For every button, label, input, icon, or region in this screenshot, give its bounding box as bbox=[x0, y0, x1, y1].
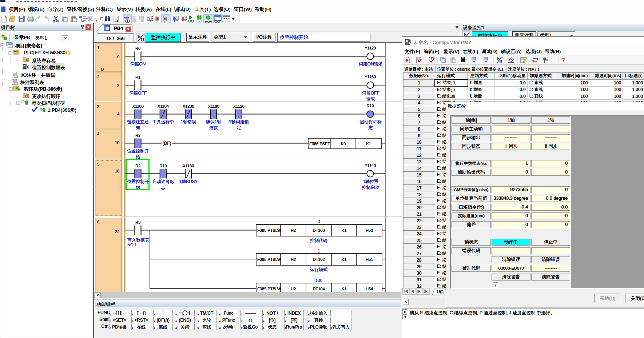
svg-text:位置控制开: 位置控制开 bbox=[127, 179, 149, 184]
svg-text:1轴伺服锁: 1轴伺服锁 bbox=[229, 119, 249, 124]
svg-text:伺服ON: 伺服ON bbox=[130, 61, 146, 67]
svg-text:定: 定 bbox=[236, 125, 241, 130]
svg-text:X1104: X1104 bbox=[158, 104, 169, 108]
svg-text:DT102: DT102 bbox=[313, 257, 325, 262]
svg-text:伺服OFF: 伺服OFF bbox=[129, 91, 147, 96]
svg-text:始: 始 bbox=[136, 185, 140, 190]
svg-text:1轴: 1轴 bbox=[436, 289, 443, 294]
svg-text:1: 1 bbox=[318, 248, 320, 254]
svg-text:志: 志 bbox=[368, 125, 373, 130]
svg-text:X1120: X1120 bbox=[233, 104, 245, 108]
svg-text:H51: H51 bbox=[366, 257, 373, 262]
svg-text:X1230: X1230 bbox=[183, 104, 194, 108]
svg-text:1轴位置: 1轴位置 bbox=[363, 179, 378, 184]
svg-text:K0: K0 bbox=[341, 142, 346, 146]
svg-text:写入数据表: 写入数据表 bbox=[127, 238, 149, 243]
svg-text:X1100: X1100 bbox=[132, 104, 144, 108]
svg-text:R10: R10 bbox=[366, 104, 374, 108]
svg-text:0: 0 bbox=[318, 219, 320, 224]
svg-text:K1: K1 bbox=[342, 228, 346, 232]
svg-text:6: 6 bbox=[97, 220, 99, 224]
svg-text:R2: R2 bbox=[135, 133, 140, 138]
svg-text:DT104: DT104 bbox=[313, 287, 325, 291]
svg-text:Y1130: Y1130 bbox=[365, 75, 376, 79]
svg-text:F385 PTBLW: F385 PTBLW bbox=[257, 257, 281, 262]
svg-text:R10: R10 bbox=[159, 164, 167, 168]
svg-text:1: 1 bbox=[97, 45, 99, 50]
svg-text:F385 PTBLW: F385 PTBLW bbox=[257, 287, 281, 291]
svg-text:伺服ON请求: 伺服ON请求 bbox=[359, 61, 383, 67]
svg-text:F386 PSET: F386 PSET bbox=[309, 142, 330, 146]
svg-text:K1: K1 bbox=[366, 142, 371, 146]
svg-text:R2: R2 bbox=[135, 164, 140, 168]
svg-text:18: 18 bbox=[115, 169, 119, 173]
svg-text:启动许可标: 启动许可标 bbox=[360, 119, 382, 124]
svg-text:X1130: X1130 bbox=[183, 164, 194, 168]
svg-text:R1: R1 bbox=[135, 75, 140, 79]
svg-text:2: 2 bbox=[117, 83, 119, 88]
svg-text:22: 22 bbox=[115, 230, 119, 234]
svg-text:R0: R0 bbox=[135, 46, 140, 51]
svg-text:知: 知 bbox=[136, 125, 140, 130]
svg-text:请求: 请求 bbox=[366, 96, 375, 102]
svg-text:4: 4 bbox=[117, 112, 119, 116]
svg-text:(DF): (DF) bbox=[163, 141, 171, 146]
svg-text:控制启动: 控制启动 bbox=[362, 185, 379, 190]
svg-text:1轴错误: 1轴错误 bbox=[180, 119, 196, 124]
svg-text:伺服OFF: 伺服OFF bbox=[362, 91, 379, 96]
svg-text:1轴BUSY: 1轴BUSY bbox=[179, 179, 198, 184]
svg-text:志: 志 bbox=[160, 185, 165, 190]
svg-text:F385 PTBLW: F385 PTBLW bbox=[257, 228, 281, 232]
svg-text:H54: H54 bbox=[366, 287, 373, 291]
svg-text:100: 100 bbox=[315, 278, 322, 283]
svg-text:R3: R3 bbox=[135, 220, 140, 224]
svg-text:4: 4 bbox=[97, 132, 99, 136]
svg-text:Y1140: Y1140 bbox=[365, 163, 376, 168]
svg-text:0: 0 bbox=[117, 55, 119, 59]
svg-text:H2: H2 bbox=[291, 287, 296, 291]
svg-text:5: 5 bbox=[97, 162, 99, 166]
svg-text:启动许可标: 启动许可标 bbox=[152, 179, 174, 184]
svg-text:DT100: DT100 bbox=[313, 228, 325, 232]
svg-text:3: 3 bbox=[97, 104, 99, 109]
svg-text:始: 始 bbox=[136, 154, 140, 159]
svg-text:?: ? bbox=[562, 57, 565, 64]
svg-text:K1: K1 bbox=[342, 287, 346, 291]
svg-text:确认1轴: 确认1轴 bbox=[206, 119, 222, 124]
svg-text:X1180: X1180 bbox=[208, 104, 219, 108]
svg-text:H50: H50 bbox=[366, 228, 373, 232]
svg-text:H2: H2 bbox=[291, 257, 296, 262]
svg-text:控制代码: 控制代码 bbox=[310, 238, 327, 243]
svg-text:NO.1: NO.1 bbox=[127, 243, 137, 247]
svg-text:K1: K1 bbox=[342, 257, 346, 262]
svg-text:链接建立通: 链接建立通 bbox=[127, 119, 149, 124]
svg-text:10: 10 bbox=[115, 140, 119, 145]
svg-text:运行模式: 运行模式 bbox=[310, 267, 327, 272]
svg-text:H2: H2 bbox=[291, 228, 296, 232]
svg-text:B: B bbox=[101, 67, 104, 71]
svg-text:工具运行中: 工具运行中 bbox=[152, 119, 174, 124]
svg-text:RUN: RUN bbox=[205, 20, 212, 23]
svg-text:位置控制开: 位置控制开 bbox=[127, 148, 149, 154]
svg-text:连接: 连接 bbox=[209, 125, 218, 130]
svg-text:Y1120: Y1120 bbox=[365, 46, 376, 50]
svg-text:2: 2 bbox=[97, 75, 99, 79]
